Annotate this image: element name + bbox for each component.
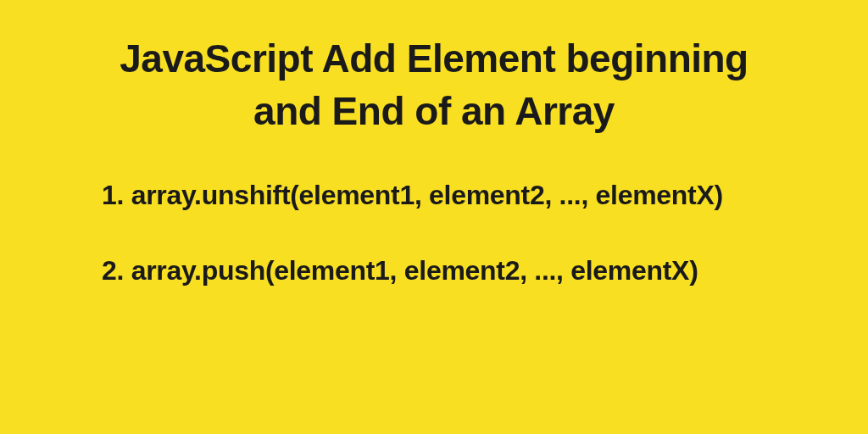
slide-title: JavaScript Add Element beginning and End… bbox=[68, 32, 800, 137]
title-line-1: JavaScript Add Element beginning bbox=[120, 36, 748, 81]
method-list: 1. array.unshift(element1, element2, ...… bbox=[68, 180, 800, 287]
list-item: 2. array.push(element1, element2, ..., e… bbox=[102, 255, 800, 287]
title-line-2: and End of an Array bbox=[253, 89, 615, 133]
slide-container: JavaScript Add Element beginning and End… bbox=[0, 0, 868, 434]
list-item: 1. array.unshift(element1, element2, ...… bbox=[102, 180, 800, 211]
